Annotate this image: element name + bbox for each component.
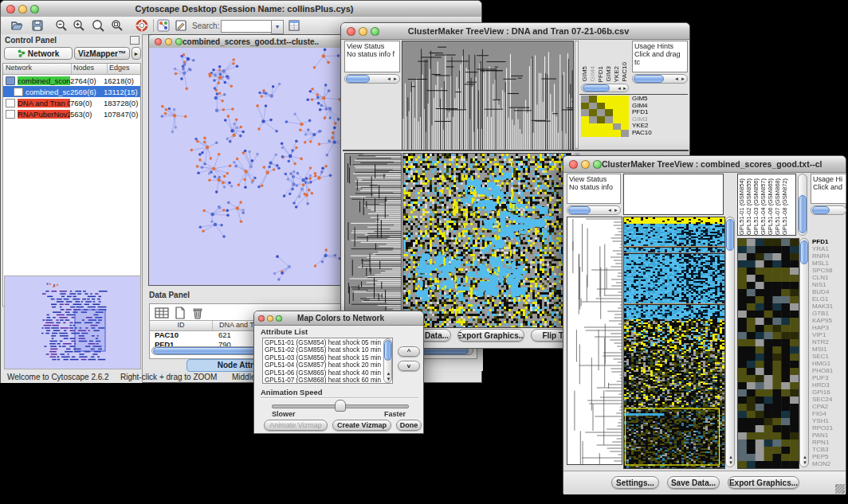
tv1-column-label[interactable]: PFD1 [597,66,604,82]
zoom-window-icon[interactable] [175,38,183,45]
zoom-selected-icon[interactable] [92,19,105,35]
gene-label[interactable]: RPN1 [812,439,847,446]
col-nodes[interactable]: Nodes [72,64,108,74]
tv2-hints-hscrollbar[interactable] [811,205,846,215]
matrix-cell[interactable] [581,96,589,103]
gene-label[interactable]: PFD1 [812,238,847,245]
matrix-cell[interactable] [605,116,613,123]
matrix-cell[interactable] [621,123,629,131]
help-lifering-icon[interactable] [135,19,148,35]
attribute-item[interactable]: GPL51-07 (GSM868) heat shock 60 min [265,377,391,384]
matrix-cell[interactable] [589,103,597,110]
minimize-icon[interactable] [165,38,172,45]
matrix-cell[interactable] [605,96,613,103]
move-down-button[interactable]: v [398,361,420,371]
animate-vizmap-button[interactable]: Animate Vizmap [264,420,328,431]
gene-label[interactable]: MSL1 [812,260,847,267]
matrix-cell[interactable] [589,123,597,131]
gene-label[interactable]: FIG4 [812,410,847,417]
close-icon[interactable] [347,27,355,36]
matrix-cell[interactable] [597,116,605,123]
matrix-cell[interactable] [621,130,629,137]
tab-overflow[interactable]: ► [132,47,141,60]
tv2-status-hscrollbar[interactable]: ◄► [567,205,621,215]
minimize-icon[interactable] [267,315,273,322]
tv1-column-label[interactable]: GIM4 [589,66,596,82]
network-nodes-icon[interactable] [157,19,170,35]
matrix-cell[interactable] [605,103,613,110]
open-file-icon[interactable] [10,19,23,35]
tv2-save-data-button[interactable]: Save Data... [667,476,720,489]
network-canvas-1[interactable] [149,48,343,285]
treeview1-titlebar[interactable]: ClusterMaker TreeView : DNA and Tran 07-… [341,23,689,40]
network-row[interactable]: combined_sco2569(6)13112(15) [3,86,140,97]
gene-label[interactable]: CLN1 [812,274,847,281]
matrix-cell[interactable] [613,116,621,123]
tv2-column-label[interactable]: GPL51-07 (GSM868) [774,178,781,235]
matrix-cell[interactable] [589,96,597,103]
matrix-cell[interactable] [581,103,589,110]
matrix-cell[interactable] [621,103,629,110]
matrix-cell[interactable] [597,103,605,110]
tv2-row-dendrogram[interactable] [567,217,622,465]
tv1-row-dendrogram[interactable] [344,153,402,328]
matrix-cell[interactable] [613,123,621,131]
matrix-cell[interactable] [613,96,621,103]
float-panel-icon[interactable] [130,36,139,45]
gene-label[interactable]: HMG1 [812,360,847,367]
zoom-window-icon[interactable] [593,160,602,169]
tv2-column-label[interactable]: GPL51-04 (GSM857) [760,178,767,235]
tv1-correlation-matrix[interactable] [581,96,629,137]
matrix-cell[interactable] [581,130,589,137]
dialog-titlebar[interactable]: Map Colors to Network [254,311,423,326]
gene-label[interactable]: GPI16 [812,389,847,396]
tv2-heatmap-canvas[interactable] [623,217,725,469]
matrix-cell[interactable] [589,130,597,137]
gene-label[interactable]: SEC24 [812,396,847,403]
zoom-fit-icon[interactable] [111,19,124,35]
matrix-cell[interactable] [621,96,629,103]
matrix-cell[interactable] [621,109,629,116]
close-icon[interactable] [258,315,265,322]
tv1-column-label[interactable]: PAC10 [621,62,628,82]
tv2-column-label[interactable]: GPL51-06 (GSM865) [767,178,774,235]
minimize-icon[interactable] [359,27,367,36]
col-edges[interactable]: Edges [108,64,130,74]
zoom-window-icon[interactable] [30,5,39,14]
gene-label[interactable]: SEC1 [812,353,847,360]
tv1-column-dendrogram[interactable] [402,41,574,150]
gene-label[interactable]: PUF3 [812,374,847,381]
matrix-cell[interactable] [597,130,605,137]
tv2-column-label[interactable]: GPL51-02 (GSM855) [745,178,752,235]
tv2-column-tree-area[interactable] [623,174,724,215]
resize-grip[interactable] [835,484,845,494]
tv2-column-label[interactable]: GPL51-08 (GSM872) [781,178,788,235]
gene-label[interactable]: RNR4 [812,252,847,260]
attribute-browser-icon[interactable] [288,19,300,35]
matrix-cell[interactable] [605,130,613,137]
attribute-item[interactable]: GPL51-01 (GSM854) heat shock 05 min [265,339,391,346]
tab-network[interactable]: Network [4,47,73,60]
matrix-cell[interactable] [613,103,621,110]
tv1-status-hscrollbar[interactable]: ◄► [344,74,400,84]
tv1-row-label[interactable]: PAC10 [632,130,688,137]
tv2-zoom-heatmap-canvas[interactable] [737,238,799,469]
matrix-cell[interactable] [581,109,589,116]
gene-label[interactable]: YRA1 [812,245,847,252]
gene-label[interactable]: PEP5 [812,453,847,460]
search-input[interactable] [221,20,272,33]
tv1-column-labels[interactable]: GIM5GIM4PFD1GIM3YKE2PAC10 [581,41,629,82]
tv2-gene-labels[interactable]: PFD1YRA1RNR4MSL1SPC98CLN1NIS1BUD4ELG1MAK… [812,238,847,467]
tv2-export-graphics-button[interactable]: Export Graphics... [728,476,799,489]
close-icon[interactable] [6,5,15,14]
matrix-cell[interactable] [581,123,589,131]
window-controls[interactable] [341,27,379,36]
window-controls[interactable] [149,38,183,45]
matrix-cell[interactable] [613,109,621,116]
save-icon[interactable] [31,19,44,35]
zoom-window-icon[interactable] [276,315,282,322]
gene-label[interactable]: ELG1 [812,295,847,303]
tv1-row-labels[interactable]: GIM5GIM4PFD1GIM3YKE2PAC10 [632,96,688,137]
gene-label[interactable]: PAN1 [812,432,847,439]
gene-label[interactable]: MAK31 [812,303,847,310]
